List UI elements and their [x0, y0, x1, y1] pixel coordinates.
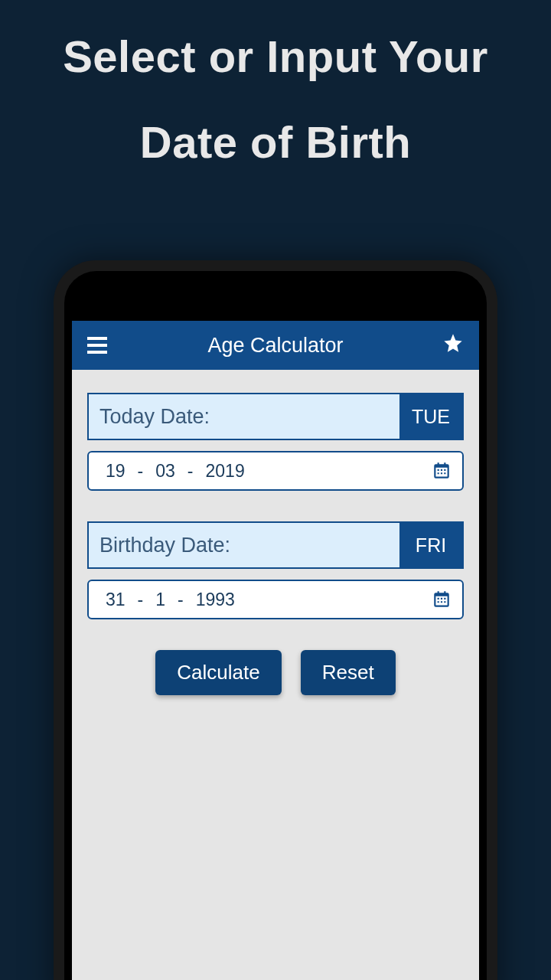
app-screen: Age Calculator Today Date: TUE 19 - 03 - — [72, 321, 479, 980]
today-year: 2019 — [200, 461, 251, 482]
birthday-section: Birthday Date: FRI 31 - 1 - 1993 — [87, 521, 464, 619]
birthday-label-row: Birthday Date: FRI — [87, 521, 464, 569]
phone-frame: Age Calculator Today Date: TUE 19 - 03 - — [54, 260, 497, 980]
phone-inner: Age Calculator Today Date: TUE 19 - 03 - — [64, 271, 487, 980]
today-month: 03 — [149, 461, 181, 482]
today-day: 19 — [99, 461, 132, 482]
today-label-row: Today Date: TUE — [87, 393, 464, 440]
separator: - — [132, 461, 150, 482]
calendar-icon[interactable] — [432, 461, 452, 481]
star-icon[interactable] — [442, 332, 464, 359]
separator: - — [132, 590, 150, 610]
birthday-date-input[interactable]: 31 - 1 - 1993 — [87, 580, 464, 619]
headline-line2: Date of Birth — [0, 116, 551, 168]
menu-icon[interactable] — [87, 337, 107, 354]
separator: - — [181, 461, 200, 482]
today-date-input[interactable]: 19 - 03 - 2019 — [87, 451, 464, 491]
reset-button[interactable]: Reset — [301, 650, 396, 695]
content-area: Today Date: TUE 19 - 03 - 2019 — [72, 370, 479, 718]
app-bar: Age Calculator — [72, 321, 479, 370]
birthday-year: 1993 — [190, 590, 241, 610]
today-day-badge: TUE — [399, 394, 462, 439]
promo-headline: Select or Input Your Date of Birth — [0, 0, 551, 168]
birthday-month: 1 — [149, 590, 171, 610]
today-label: Today Date: — [89, 394, 399, 439]
today-section: Today Date: TUE 19 - 03 - 2019 — [87, 393, 464, 491]
button-row: Calculate Reset — [87, 650, 464, 695]
separator: - — [171, 590, 190, 610]
calculate-button[interactable]: Calculate — [155, 650, 281, 695]
app-title: Age Calculator — [207, 334, 343, 358]
birthday-day: 31 — [99, 590, 132, 610]
headline-line1: Select or Input Your — [0, 31, 551, 82]
calendar-icon[interactable] — [432, 590, 452, 609]
birthday-label: Birthday Date: — [89, 523, 399, 567]
birthday-day-badge: FRI — [399, 523, 462, 567]
